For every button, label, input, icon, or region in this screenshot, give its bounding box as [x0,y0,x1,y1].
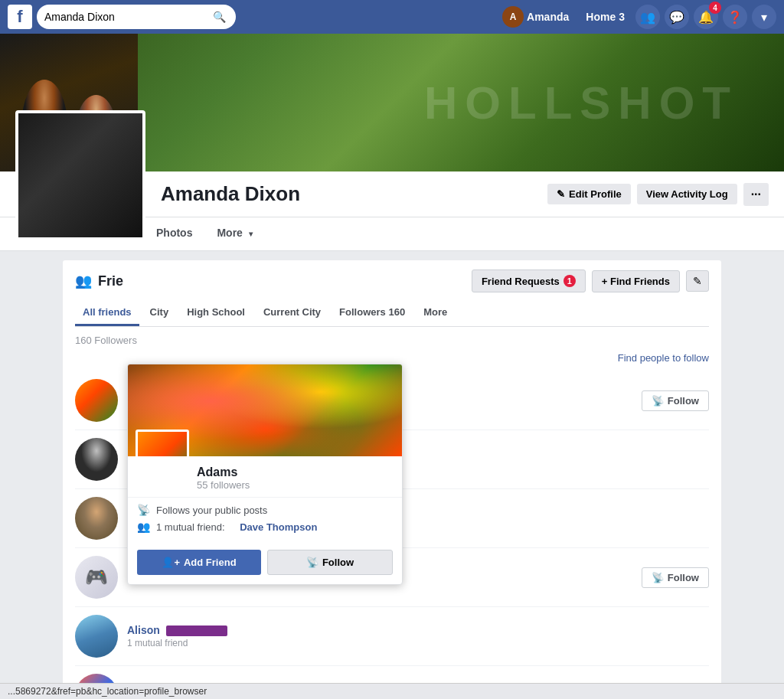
friend-item-adams: Adams 1 mutual friend 📡 Follow [75,371,709,430]
nav-avatar-item[interactable]: A Amanda [496,3,575,31]
search-bar[interactable]: 🔍 [37,5,236,29]
subtab-more-label: More [423,306,447,318]
subtab-current-city[interactable]: Current City [256,300,328,326]
search-input[interactable] [44,11,213,23]
subtab-all-friends[interactable]: All friends [75,300,139,326]
more-options-button[interactable]: ··· [743,183,769,206]
tooltip-follows-text: Follows your public posts [156,505,267,516]
view-activity-label: View Activity Log [646,188,728,200]
tab-photos[interactable]: Photos [145,217,203,250]
followers-count: 160 Followers [75,335,709,346]
nav-notifications-icon[interactable]: 🔔 4 [694,5,718,29]
add-friend-tooltip-button[interactable]: 👤+ Add Friend [137,550,261,575]
profile-photo-placeholder [18,113,142,237]
view-activity-button[interactable]: View Activity Log [637,184,737,204]
facebook-logo: f [8,5,32,29]
nav-user-label: Amanda [527,11,569,23]
tooltip-popup-adams: Adams 55 followers 📡 Follows your public… [127,364,403,585]
edit-profile-label: Edit Profile [569,188,622,200]
tooltip-body: Adams 55 followers [128,456,402,497]
subtab-followers[interactable]: Followers 160 [332,300,413,326]
add-friend-label: Add Friend [184,557,237,568]
tab-more[interactable]: More ▾ [206,217,263,250]
nav-home[interactable]: Home 3 [580,8,631,26]
subtab-all-label: All friends [83,306,132,318]
subtab-city-label: City [150,306,169,318]
status-url: ...5869272&fref=pb&hc_location=profile_b… [8,686,207,697]
friends-icon: 👥 [75,273,92,289]
follow-button-alex[interactable]: 📡 Follow [642,567,709,588]
friends-title: Frie [98,273,472,289]
nav-right: A Amanda Home 3 👥 💬 🔔 4 ❓ ▾ [496,3,776,31]
follow-label-adams: Follow [668,395,699,407]
tooltip-mutual-row: 👥 1 mutual friend: Dave Thompson [137,521,393,533]
rss-icon: 📡 [137,504,150,516]
nav-home-count: 3 [619,11,625,23]
friend-item-alison: Alison 1 mutual friend [75,607,709,666]
tooltip-mutual-link[interactable]: Dave Thompson [240,521,317,533]
tooltip-mutual-text: 1 mutual friend: [156,521,225,533]
follow-rss-icon: 📡 [652,395,664,407]
friend-avatar-alex: 🎮 [75,556,118,599]
friend-avatar-alison [75,615,118,658]
profile-name-area: Amanda Dixon [161,175,300,214]
subtab-currentcity-label: Current City [263,306,321,318]
follow-label-alex: Follow [668,572,699,583]
nav-messenger-icon[interactable]: 💬 [665,5,689,29]
tab-more-label: More [217,227,242,239]
profile-wrapper: HOLLSHOT Amanda Dixon ✎ Edit Profile [0,34,784,251]
friend-requests-badge: 1 [564,275,576,287]
subtab-more[interactable]: More [416,300,455,326]
find-people-link[interactable]: Find people to follow [75,352,709,364]
friends-header-actions: Friend Requests 1 + Find Friends ✎ [472,269,709,292]
follow-tooltip-label: Follow [322,557,354,568]
chevron-down-icon: ▾ [249,230,253,238]
friend-requests-label: Friend Requests [482,276,560,287]
notifications-badge: 4 [709,2,721,14]
cover-photo-text: HOLLSHOT [424,77,738,129]
profile-name: Amanda Dixon [161,182,300,206]
tab-photos-label: Photos [156,227,192,239]
subtab-high-school[interactable]: High School [179,300,253,326]
follow-tooltip-button[interactable]: 📡 Follow [267,550,393,575]
add-friend-icon: 👤+ [162,557,180,568]
subtab-followers-count: 160 [388,306,405,318]
friend-list: Adams 1 mutual friend 📡 Follow [75,371,709,699]
main-content: 👥 Frie Friend Requests 1 + Find Friends … [55,260,729,699]
edit-profile-button[interactable]: ✎ Edit Profile [547,184,631,204]
tooltip-followers: 55 followers [197,479,393,491]
friends-header: 👥 Frie Friend Requests 1 + Find Friends … [75,269,709,292]
user-avatar: A [502,6,524,28]
friends-icon: 👥 [137,521,150,533]
subtab-highschool-label: High School [187,306,245,318]
follow-button-adams[interactable]: 📡 Follow [642,390,709,411]
edit-friends-button[interactable]: ✎ [686,270,709,292]
subtab-followers-label: Followers [339,306,386,318]
nav-friends-icon[interactable]: 👥 [635,5,660,29]
tooltip-details: 📡 Follows your public posts 👥 1 mutual f… [128,497,402,544]
friend-mutual-alison: 1 mutual friend [127,638,709,648]
tooltip-cover [128,364,402,456]
nav-dropdown-icon[interactable]: ▾ [752,5,776,29]
friends-subtabs: All friends City High School Current Cit… [75,300,709,327]
search-icon: 🔍 [213,11,226,23]
friend-info-alison: Alison 1 mutual friend [127,624,709,648]
tooltip-name[interactable]: Adams [197,465,393,479]
friend-firstname-alison: Alison [127,624,160,636]
subtab-city[interactable]: City [142,300,177,326]
nav-home-label: Home [586,11,616,23]
nav-help-icon[interactable]: ❓ [723,5,747,29]
status-bar: ...5869272&fref=pb&hc_location=profile_b… [0,683,784,699]
find-friends-label: + Find Friends [602,276,670,287]
friend-avatar-adams [75,379,118,422]
friend-avatar-ahmed [75,497,118,540]
profile-photo [15,110,145,240]
follow-rss-icon-alex: 📡 [652,572,664,583]
find-friends-button[interactable]: + Find Friends [592,270,680,292]
friend-name-alison[interactable]: Alison [127,624,709,636]
profile-actions: ✎ Edit Profile View Activity Log ··· [547,183,769,206]
friend-requests-button[interactable]: Friend Requests 1 [472,269,586,292]
profile-info-bar: Amanda Dixon ✎ Edit Profile View Activit… [0,171,784,217]
tooltip-actions: 👤+ Add Friend 📡 Follow [128,544,402,584]
pencil-icon: ✎ [557,188,565,200]
